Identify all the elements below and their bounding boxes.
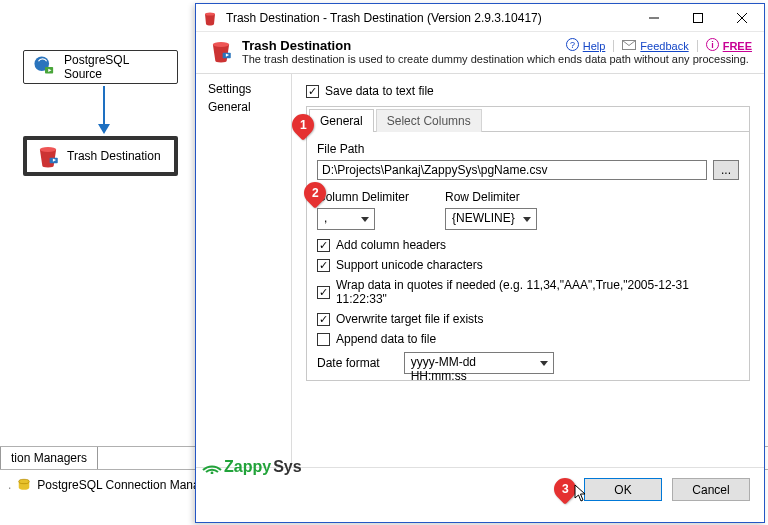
trash-destination-dialog: Trash Destination - Trash Destination (V… <box>195 3 765 523</box>
ssis-source-node[interactable]: PostgreSQL Source <box>23 50 178 84</box>
options-list: Add column headers Support unicode chara… <box>317 238 739 346</box>
col-delim-select[interactable]: , <box>317 208 375 230</box>
mail-icon <box>622 40 636 52</box>
header-title: Trash Destination <box>242 38 351 53</box>
svg-marker-3 <box>98 124 110 134</box>
ssis-dest-node[interactable]: Trash Destination <box>23 136 178 176</box>
tab-general[interactable]: General <box>309 109 374 132</box>
general-panel: File Path D:\Projects\Pankaj\ZappySys\pg… <box>306 132 750 381</box>
source-node-label: PostgreSQL Source <box>64 53 169 81</box>
app-icon <box>196 10 224 26</box>
maximize-button[interactable] <box>676 4 720 32</box>
zappysys-logo: ZappySys <box>202 458 302 476</box>
date-format-label: Date format <box>317 356 380 370</box>
flow-arrow <box>98 86 110 134</box>
help-link[interactable]: Help <box>583 40 606 52</box>
sidebar: Settings General ZappySys <box>196 74 292 467</box>
filepath-input[interactable]: D:\Projects\Pankaj\ZappySys\pgName.csv <box>317 160 707 180</box>
svg-point-13 <box>213 42 229 47</box>
ok-button[interactable]: OK <box>584 478 662 501</box>
svg-point-20 <box>211 472 214 474</box>
db-icon <box>17 478 31 492</box>
svg-text:i: i <box>711 40 714 50</box>
header-links: ? Help Feedback i FREE <box>566 38 752 53</box>
main-panel: Save data to text file General Select Co… <box>292 74 764 467</box>
info-icon: i <box>706 38 719 53</box>
row-delim-label: Row Delimiter <box>445 190 537 204</box>
minimize-button[interactable] <box>632 4 676 32</box>
opt-wrap-checkbox[interactable] <box>317 286 330 299</box>
save-to-file-checkbox[interactable] <box>306 85 319 98</box>
svg-rect-10 <box>694 13 703 22</box>
opt-append-checkbox[interactable] <box>317 333 330 346</box>
help-icon: ? <box>566 38 579 53</box>
header-description: The trash destination is used to create … <box>242 53 752 65</box>
sidebar-item-settings[interactable]: Settings <box>196 80 291 98</box>
tab-select-columns[interactable]: Select Columns <box>376 109 482 132</box>
opt-overwrite-label: Overwrite target file if exists <box>336 312 483 326</box>
row-delim-select[interactable]: {NEWLINE} <box>445 208 537 230</box>
cancel-button[interactable]: Cancel <box>672 478 750 501</box>
free-link[interactable]: FREE <box>723 40 752 52</box>
filepath-label: File Path <box>317 142 739 156</box>
opt-wrap-label: Wrap data in quotes if needed (e.g. 11,3… <box>336 278 739 306</box>
bullet-icon: . <box>8 478 11 492</box>
col-delim-label: Column Delimiter <box>317 190 409 204</box>
postgresql-icon <box>32 54 58 80</box>
opt-append-label: Append data to file <box>336 332 436 346</box>
opt-unicode-label: Support unicode characters <box>336 258 483 272</box>
save-to-file-label: Save data to text file <box>325 84 434 98</box>
opt-headers-checkbox[interactable] <box>317 239 330 252</box>
browse-button[interactable]: ... <box>713 160 739 180</box>
sidebar-item-general[interactable]: General <box>196 98 291 116</box>
trash-large-icon <box>208 38 234 64</box>
dialog-header: Trash Destination ? Help Feedback i FREE… <box>196 32 764 73</box>
cursor-icon <box>574 484 588 502</box>
dest-node-label: Trash Destination <box>67 149 161 163</box>
date-format-select[interactable]: yyyy-MM-dd HH:mm:ss <box>404 352 554 374</box>
opt-headers-label: Add column headers <box>336 238 446 252</box>
svg-point-8 <box>205 12 215 15</box>
feedback-link[interactable]: Feedback <box>640 40 688 52</box>
opt-overwrite-checkbox[interactable] <box>317 313 330 326</box>
trash-icon <box>35 143 61 169</box>
titlebar[interactable]: Trash Destination - Trash Destination (V… <box>196 4 764 32</box>
close-button[interactable] <box>720 4 764 32</box>
connection-managers-tab[interactable]: tion Managers <box>0 447 98 469</box>
wifi-icon <box>202 460 222 474</box>
svg-text:?: ? <box>570 40 575 50</box>
svg-point-4 <box>40 147 56 152</box>
opt-unicode-checkbox[interactable] <box>317 259 330 272</box>
inner-tabs: General Select Columns <box>306 106 750 132</box>
window-title: Trash Destination - Trash Destination (V… <box>224 11 632 25</box>
